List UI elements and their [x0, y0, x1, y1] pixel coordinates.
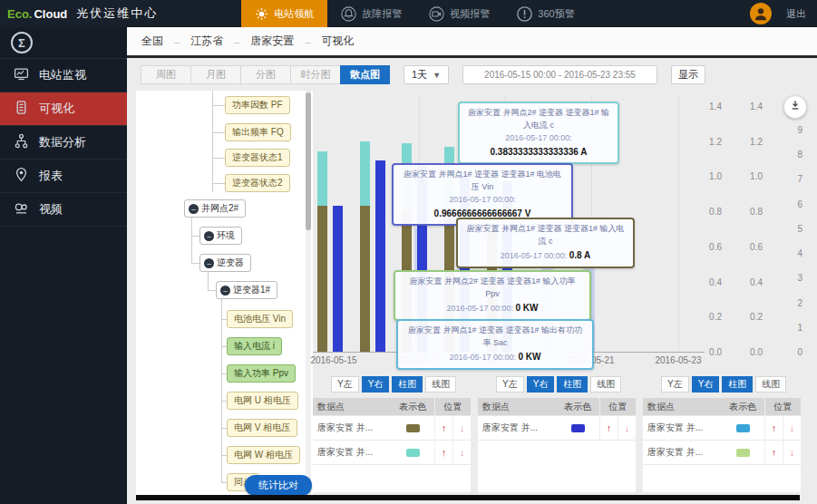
bar-input-current-c[interactable] — [375, 160, 385, 352]
panel-button-线图[interactable]: 线图 — [590, 376, 621, 393]
sidebar-item-label: 报表 — [39, 168, 63, 184]
move-down-button[interactable]: ↓ — [783, 416, 801, 440]
view-button-1[interactable]: 周图 — [141, 65, 190, 84]
export-download-button[interactable] — [783, 95, 807, 119]
tooltip-series-name: 唐家安置 并网点1# 逆变器 逆变器1# 输入电流 c — [465, 223, 626, 248]
nav-tab-label: 360预警 — [538, 7, 574, 21]
tree-scrollbar-thumb[interactable] — [306, 92, 311, 230]
series-color-swatch[interactable] — [736, 424, 750, 432]
panel-button-柱图[interactable]: 柱图 — [557, 376, 588, 393]
nav-tabs: 电站领航故障报警视频报警360预警 — [241, 0, 588, 27]
right-axis2-tick-label: 1.0 — [739, 171, 763, 181]
tree-item-2[interactable]: 输出频率 FQ — [225, 123, 291, 141]
tree-item-3[interactable]: 逆变器状态1 — [225, 149, 290, 167]
compare-button[interactable]: 统计比对 — [245, 475, 312, 495]
panel-button-线图[interactable]: 线图 — [755, 376, 786, 393]
panel-button-y右[interactable]: Y右 — [692, 376, 720, 393]
tree-item-13[interactable]: 电网 V 相电压 — [227, 419, 297, 437]
nav-tab-1[interactable]: 电站领航 — [241, 0, 327, 27]
tree-connector-line — [212, 158, 225, 159]
tree-item-label: 功率因数 PF — [232, 99, 283, 111]
move-down-button[interactable]: ↓ — [783, 441, 801, 464]
series-color-swatch[interactable] — [406, 449, 420, 457]
tree-item-6[interactable]: –环境 — [199, 227, 242, 245]
breadcrumb-item-4[interactable]: 可视化 — [321, 34, 354, 49]
panel-button-柱图[interactable]: 柱图 — [722, 376, 753, 393]
bar-vin[interactable] — [360, 206, 370, 352]
chart-tooltip-3: 唐家安置 并网点1# 逆变器 逆变器1# 输入电流 c2016-05-17 00… — [456, 218, 635, 268]
move-up-button[interactable]: ↑ — [434, 441, 452, 464]
tree-item-11[interactable]: 输入功率 Ppv — [227, 364, 296, 383]
series-panel-3: Y左Y右柱图线图数据点表示色位置唐家安置 并...↑↓唐家安置 并...↑↓ — [643, 373, 801, 495]
tree-node-icon: – — [204, 231, 214, 241]
interval-dropdown[interactable]: 1天 ▼ — [404, 65, 449, 84]
bar-vin[interactable] — [317, 206, 327, 352]
move-up-button[interactable]: ↑ — [764, 441, 783, 464]
header-color: 表示色 — [721, 401, 764, 413]
view-button-4[interactable]: 时分图 — [290, 65, 340, 84]
scatter-chart: 2016-05-152016-05-172016-05-192016-05-21… — [313, 91, 817, 377]
tree-connector-line — [212, 132, 225, 133]
bar-input-current-i[interactable] — [317, 151, 327, 206]
move-down-button[interactable]: ↓ — [618, 416, 636, 440]
view-button-5[interactable]: 散点图 — [340, 65, 390, 84]
tree-item-5[interactable]: –并网点2# — [184, 199, 246, 218]
series-color-cell — [721, 449, 764, 457]
breadcrumb-item-3[interactable]: 唐家安置 — [250, 34, 294, 49]
series-name: 唐家安置 并... — [313, 446, 391, 459]
tree-item-14[interactable]: 电网 W 相电压 — [227, 446, 300, 464]
tree-item-7[interactable]: –逆变器 — [199, 254, 251, 272]
sidebar-item-2[interactable]: 可视化 — [0, 92, 127, 126]
user-avatar-icon[interactable] — [750, 3, 772, 24]
move-down-button[interactable]: ↓ — [452, 441, 471, 464]
series-color-swatch[interactable] — [736, 449, 750, 457]
right-axis2-tick-label: 0.0 — [739, 347, 763, 357]
logout-button[interactable]: 退出 — [786, 7, 806, 21]
move-up-button[interactable]: ↑ — [599, 416, 618, 440]
panel-button-y左[interactable]: Y左 — [331, 376, 359, 393]
tree-item-4[interactable]: 逆变器状态2 — [225, 174, 290, 192]
download-icon — [789, 99, 802, 115]
app-root: Eco.Cloud 光伏运维中心 电站领航故障报警视频报警360预警 退出 Σ … — [0, 0, 817, 504]
tooltip-value: 0.8 A — [569, 250, 591, 260]
panel-button-线图[interactable]: 线图 — [425, 376, 456, 393]
tree-item-label: 逆变器1# — [233, 284, 270, 296]
sidebar-item-5[interactable]: 视频 — [0, 193, 127, 227]
sidebar-item-3[interactable]: 数据分析 — [0, 126, 127, 160]
breadcrumb-item-2[interactable]: 江苏省 — [190, 34, 223, 49]
show-button[interactable]: 显示 — [671, 65, 705, 84]
move-down-button[interactable]: ↓ — [452, 416, 471, 440]
breadcrumb-item-1[interactable]: 全国 — [141, 34, 163, 49]
sidebar-logo[interactable]: Σ — [0, 27, 127, 59]
header-position: 位置 — [764, 398, 801, 415]
bar-input-current-c[interactable] — [333, 206, 343, 352]
bottom-scrollbar[interactable] — [136, 495, 800, 500]
view-switcher: 周图月图分图时分图散点图 — [141, 65, 390, 84]
nav-tab-3[interactable]: 视频报警 — [415, 0, 503, 27]
tree-item-10[interactable]: 输入电流 i — [227, 337, 282, 355]
tree-item-9[interactable]: 电池电压 Vin — [227, 310, 293, 328]
panel-button-柱图[interactable]: 柱图 — [392, 376, 423, 393]
tree-item-label: 输入电流 i — [234, 340, 275, 353]
tree-item-8[interactable]: –逆变器1# — [216, 281, 277, 299]
date-range-input[interactable] — [462, 65, 657, 84]
nav-tab-2[interactable]: 故障报警 — [327, 0, 415, 27]
bar-input-current-i[interactable] — [360, 141, 370, 207]
nav-tab-4[interactable]: 360预警 — [503, 0, 588, 27]
move-up-button[interactable]: ↑ — [764, 416, 783, 440]
sidebar-item-4[interactable]: 报表 — [0, 160, 127, 193]
sidebar-item-1[interactable]: 电站监视 — [0, 59, 127, 92]
panel-button-y右[interactable]: Y右 — [527, 376, 555, 393]
view-button-3[interactable]: 分图 — [240, 65, 290, 84]
view-button-2[interactable]: 月图 — [190, 65, 240, 84]
series-config-panels: Y左Y右柱图线图数据点表示色位置唐家安置 并...↑↓唐家安置 并...↑↓Y左… — [313, 373, 810, 495]
tooltip-series-name: 唐家安置 并网点1# 逆变器 逆变器1# 输出有功功率 Sac — [405, 325, 585, 350]
series-color-swatch[interactable] — [571, 424, 585, 432]
tree-item-12[interactable]: 电网 U 相电压 — [227, 392, 298, 410]
panel-button-y左[interactable]: Y左 — [496, 376, 524, 393]
tree-item-1[interactable]: 功率因数 PF — [225, 96, 290, 114]
panel-button-y左[interactable]: Y左 — [661, 376, 689, 393]
series-color-swatch[interactable] — [406, 424, 420, 432]
move-up-button[interactable]: ↑ — [434, 416, 452, 440]
panel-button-y右[interactable]: Y右 — [362, 376, 390, 393]
